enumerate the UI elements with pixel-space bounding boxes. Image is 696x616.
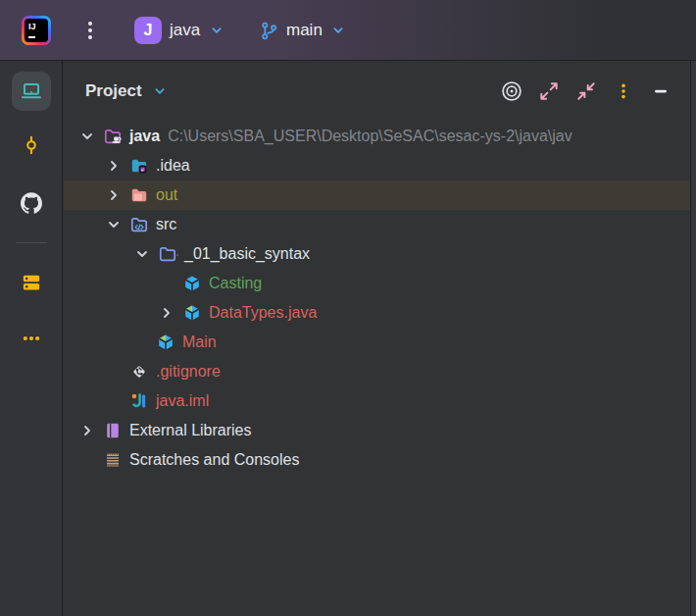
java-class-icon: [182, 303, 202, 323]
expand-all-button[interactable]: [536, 78, 562, 104]
chevron-right-icon[interactable]: [104, 185, 129, 205]
tree-item-label: src: [156, 216, 176, 233]
package-folder-icon: [158, 244, 177, 264]
commit-icon: [21, 134, 42, 156]
tree-item-label: Casting: [209, 275, 262, 292]
tree-row-main[interactable]: Main: [64, 328, 690, 357]
main-menu-kebab-icon[interactable]: [80, 19, 100, 42]
view-mode-chevron-icon[interactable]: [151, 82, 169, 100]
iml-file-icon: [129, 391, 149, 411]
tree-row-gitignore[interactable]: .gitignore: [64, 357, 690, 386]
chevron-down-icon[interactable]: [77, 127, 103, 146]
chevron-down-icon: [329, 22, 347, 39]
tree-row-scratches[interactable]: Scratches and Consoles: [64, 445, 690, 475]
git-branch-widget[interactable]: main: [259, 17, 347, 44]
excluded-folder-icon: [129, 185, 149, 205]
more-tool-windows-button[interactable]: [12, 319, 51, 358]
editor-edge-strip: [690, 61, 696, 616]
java-class-icon: [156, 333, 175, 352]
project-widget[interactable]: J java: [134, 17, 225, 44]
tree-row-out[interactable]: out: [64, 180, 690, 210]
minimize-icon: [651, 81, 671, 101]
chevron-spacer: [157, 274, 182, 293]
commit-tool-button[interactable]: [12, 126, 51, 165]
services-tool-button[interactable]: [12, 263, 51, 302]
tree-item-label: Scratches and Consoles: [129, 451, 299, 469]
project-path: C:\Users\SBA_USER\Desktop\SeSAC\sesac-ys…: [168, 128, 572, 145]
collapse-all-button[interactable]: [573, 78, 599, 104]
tree-item-label: Main: [182, 334, 217, 351]
tree-row-java[interactable]: java C:\Users\SBA_USER\Desktop\SeSAC\ses…: [64, 122, 690, 151]
idea-folder-icon: [129, 156, 149, 176]
intellij-logo-icon: IJ: [22, 16, 51, 45]
chevron-right-icon[interactable]: [157, 303, 182, 323]
panel-title: Project: [85, 81, 142, 101]
tree-item-label: java.iml: [156, 392, 209, 410]
github-icon: [21, 192, 42, 214]
tree-row-01-basic-syntax[interactable]: _01_basic_syntax: [64, 239, 690, 269]
chevron-right-icon[interactable]: [77, 421, 103, 440]
project-badge: J: [134, 17, 162, 44]
project-name: java: [170, 21, 200, 40]
more-dots-icon: [21, 328, 42, 349]
java-module-folder-icon: [103, 127, 123, 146]
kebab-icon: [614, 81, 633, 101]
tree-row-datatypes[interactable]: DataTypes.java: [64, 298, 690, 328]
hide-panel-button[interactable]: [648, 78, 673, 104]
git-branch-icon: [259, 21, 279, 41]
chevron-spacer: [130, 333, 156, 352]
chevron-down-icon: [208, 22, 225, 39]
tree-item-label: DataTypes.java: [209, 304, 317, 322]
chevron-down-icon[interactable]: [104, 215, 129, 234]
github-pull-requests-tool-button[interactable]: [12, 183, 51, 223]
libraries-book-icon: [103, 421, 123, 440]
main-toolbar: IJ J java main: [0, 0, 696, 61]
tree-item-label: out: [156, 186, 177, 204]
project-tool-window: Project: [64, 61, 690, 616]
git-file-icon: [129, 362, 149, 382]
laptop-icon: [21, 80, 42, 102]
services-icon: [21, 272, 42, 293]
tree-row-external-libraries[interactable]: External Libraries: [64, 416, 690, 445]
branch-name: main: [286, 21, 323, 40]
project-tool-button[interactable]: [12, 72, 51, 111]
tree-item-label: .idea: [156, 157, 190, 175]
java-class-icon: [182, 274, 202, 293]
tree-row-casting[interactable]: Casting: [64, 269, 690, 298]
tree-item-label: _01_basic_syntax: [184, 245, 310, 263]
scratches-icon: [103, 450, 123, 470]
tree-item-label: External Libraries: [129, 422, 252, 439]
chevron-spacer: [104, 362, 129, 382]
locate-file-button[interactable]: [499, 78, 524, 104]
expand-all-icon: [538, 80, 560, 102]
tree-item-label: java: [129, 128, 160, 145]
chevron-spacer: [104, 391, 129, 411]
tree-row-idea[interactable]: .idea: [64, 151, 690, 180]
project-panel-header: Project: [64, 61, 690, 122]
target-icon: [500, 79, 523, 103]
stripe-divider: [16, 242, 47, 243]
chevron-spacer: [77, 450, 103, 470]
panel-options-button[interactable]: [611, 78, 636, 104]
tool-window-stripe: [0, 61, 63, 616]
sources-root-folder-icon: [129, 215, 149, 234]
project-tree: java C:\Users\SBA_USER\Desktop\SeSAC\ses…: [64, 122, 690, 475]
tree-item-label: .gitignore: [156, 363, 221, 381]
chevron-right-icon[interactable]: [104, 156, 129, 176]
chevron-down-icon[interactable]: [132, 244, 158, 264]
tree-row-src[interactable]: src: [64, 210, 690, 239]
collapse-all-icon: [575, 80, 597, 102]
tree-row-java-iml[interactable]: java.iml: [64, 386, 690, 416]
